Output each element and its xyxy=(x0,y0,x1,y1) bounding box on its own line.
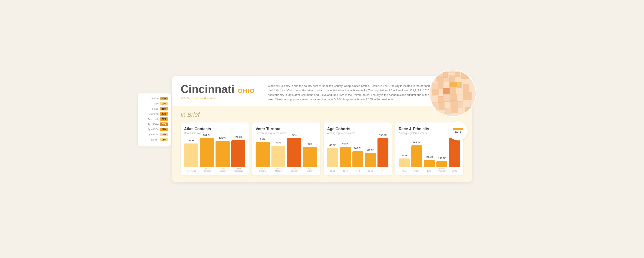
sidebar-row: Age 18-2924% xyxy=(141,117,168,121)
bar: 132.7KAsian xyxy=(399,158,410,167)
bar-group: 150.6K50-59 xyxy=(365,138,376,167)
bar-group: 132.7KHouseholds xyxy=(184,138,198,167)
bar: 150.6K60+ xyxy=(378,138,388,167)
svg-rect-9 xyxy=(450,76,454,82)
svg-rect-14 xyxy=(443,82,450,88)
sidebar-item-label: Age 65+ xyxy=(141,138,158,141)
bar-label: Native American xyxy=(438,168,446,172)
bar-label: 40-49 xyxy=(355,170,360,172)
sidebar-item-value: 21% xyxy=(160,128,168,131)
svg-rect-19 xyxy=(439,89,443,97)
bar-group: 150.6K60+ xyxy=(378,138,388,167)
bar-value: 164.2K xyxy=(413,141,420,144)
bar-label: 50-59 xyxy=(368,170,373,172)
svg-rect-4 xyxy=(448,73,455,76)
bar-value: 145.7K xyxy=(426,156,433,158)
bar: 150.6KEmail Addresses xyxy=(232,140,246,167)
bar: 56%2016 General xyxy=(256,142,270,167)
svg-rect-7 xyxy=(436,77,443,82)
stat-card-0: Atlas ContactsReachable voters132.7KHous… xyxy=(180,122,249,175)
bar-label: SMS Numbers xyxy=(218,168,226,172)
svg-rect-27 xyxy=(450,94,457,101)
bar: 145.7KLatin xyxy=(424,160,435,167)
svg-rect-18 xyxy=(432,89,439,95)
sidebar-row: Age 65+15% xyxy=(141,138,168,141)
sidebar-item-label: Age 30-44 xyxy=(141,123,158,125)
bar-value: 150.6K xyxy=(234,136,242,139)
svg-rect-5 xyxy=(455,73,460,77)
bar-label: 30-39 xyxy=(343,170,348,172)
svg-rect-23 xyxy=(463,84,470,92)
bar: 132.7KHouseholds xyxy=(184,143,198,167)
svg-rect-25 xyxy=(438,97,443,103)
svg-rect-44 xyxy=(457,82,462,88)
header-left: Cincinnati OHIO 205.6K registered voters xyxy=(180,83,255,100)
in-brief-title: In Brief xyxy=(180,111,464,118)
bar-value: 64% xyxy=(292,134,296,136)
bar-label: Households xyxy=(186,170,196,172)
sidebar-item-label: Age 55-64 xyxy=(141,133,158,136)
sidebar-row: Age 30-4426% xyxy=(141,122,168,126)
stat-card-title: Voter Turnout xyxy=(256,127,317,131)
bar-group: 145.7KLatin xyxy=(424,138,435,167)
bar-group: 132.7KAsian xyxy=(399,138,410,167)
bar-label: Latin xyxy=(427,170,432,172)
bar-value: 46% xyxy=(308,142,312,145)
svg-rect-35 xyxy=(463,100,470,107)
stat-card-1: Voter TurnoutPercent of registered voter… xyxy=(252,122,320,175)
stat-card-subtitle: Reachable voters xyxy=(184,132,245,135)
bar-group: 145.7KSMS Numbers xyxy=(216,138,230,167)
bar-label: 60+ xyxy=(381,170,384,172)
bar-group: 48.8K30-39 xyxy=(340,138,351,167)
sidebar-row: Female21% xyxy=(141,107,168,110)
registered-voters: 205.6K registered voters xyxy=(180,96,255,100)
page-wrapper: D+16 Topline20%Male19%Female21%Unknown22… xyxy=(172,76,472,182)
bar: 64%2020 General xyxy=(287,138,301,167)
svg-rect-21 xyxy=(450,87,456,94)
sidebar-row: Male19% xyxy=(141,102,168,105)
bar-group: 48%2018 Midtern xyxy=(272,138,286,167)
svg-rect-8 xyxy=(443,78,450,82)
svg-rect-34 xyxy=(458,102,463,108)
svg-rect-40 xyxy=(458,108,465,113)
bar: 164.2KBlack xyxy=(411,145,422,167)
sidebar-item-label: Male xyxy=(141,102,158,105)
cards-grid: Atlas ContactsReachable voters132.7KHous… xyxy=(180,122,464,175)
bar-label: Email Addresses xyxy=(234,168,243,172)
stat-card-2: Age CohortsAmong registered voters45.5K1… xyxy=(324,122,392,175)
sidebar-row: Unknown22% xyxy=(141,112,168,116)
bar-value: 132.7K xyxy=(400,154,408,157)
bar: 48.8K30-39 xyxy=(340,147,351,167)
bar-label: 18-29 xyxy=(330,170,335,172)
sidebar-item-value: 22% xyxy=(160,112,168,116)
bar-label: 2020 General xyxy=(291,168,298,172)
bar-label: White xyxy=(452,170,457,172)
bar-chart: 56%2016 General48%2018 Midtern64%2020 Ge… xyxy=(256,138,317,172)
city-title: Cincinnati OHIO xyxy=(180,83,255,95)
in-brief-section: In Brief Atlas ContactsReachable voters1… xyxy=(172,106,472,182)
svg-rect-33 xyxy=(450,101,458,108)
bar-group: 64%2020 General xyxy=(287,138,301,167)
bar-group: 150.6KNative American xyxy=(436,138,447,167)
svg-rect-24 xyxy=(432,95,438,103)
bar-chart: 132.7KHouseholds164.2KPhone Numbers145.7… xyxy=(184,138,245,172)
sidebar-item-label: Age 18-29 xyxy=(141,118,158,120)
stat-card-title: Atlas Contacts xyxy=(184,127,245,131)
svg-rect-10 xyxy=(455,77,461,82)
svg-rect-31 xyxy=(439,103,444,110)
header-section: Cincinnati OHIO 205.6K registered voters… xyxy=(172,76,472,106)
bar: 150.6KNative American xyxy=(436,161,447,167)
bar-group: 150.6KWhite xyxy=(449,138,460,167)
bar: 48%2018 Midtern xyxy=(272,146,286,167)
bar: 145.7KSMS Numbers xyxy=(216,141,230,167)
svg-rect-38 xyxy=(446,108,452,114)
bar-value: 48.8K xyxy=(342,142,348,145)
city-name: Cincinnati xyxy=(180,83,234,95)
sidebar-item-value: 24% xyxy=(160,117,168,121)
bar-value: 132.7K xyxy=(187,139,195,142)
bar-value: 48% xyxy=(276,141,281,144)
bar-value: 150.6K xyxy=(366,148,374,151)
bar-value: 150.6K xyxy=(438,157,446,160)
bar-chart: 45.5K18-2948.8K30-39145.7K40-49150.6K50-… xyxy=(327,138,388,172)
sidebar: Topline20%Male19%Female21%Unknown22%Age … xyxy=(138,93,171,146)
